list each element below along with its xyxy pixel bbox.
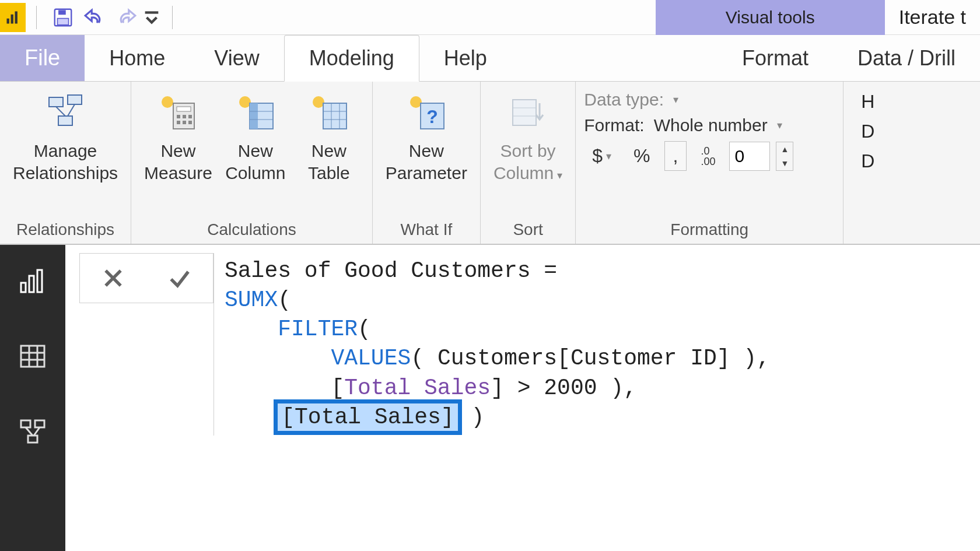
svg-rect-20: [188, 121, 192, 124]
cutoff-text: H: [861, 91, 874, 113]
new-table-button[interactable]: New Table: [294, 85, 364, 184]
svg-rect-41: [21, 346, 44, 367]
formula-selection: [Total Sales]: [278, 403, 457, 431]
equals: =: [531, 258, 570, 283]
svg-rect-8: [68, 95, 82, 104]
group-relationships: Manage Relationships Relationships: [0, 82, 131, 244]
svg-line-10: [56, 107, 65, 116]
group-caption: Sort: [513, 218, 542, 244]
currency-format-button[interactable]: $ ▾: [584, 142, 620, 170]
format-dropdown[interactable]: Format: Whole number ▾: [584, 115, 835, 135]
tab-view[interactable]: View: [190, 35, 284, 81]
contextual-tab-label: Visual tools: [726, 8, 815, 27]
decimal-places-input[interactable]: [729, 142, 770, 171]
svg-rect-18: [177, 121, 180, 124]
data-type-label: Data type:: [584, 90, 664, 110]
tab-label: Data / Drill: [858, 46, 956, 71]
tab-label: View: [214, 46, 259, 71]
report-canvas[interactable]: Iter Sales of Good Customers = SUMX( FIL…: [65, 245, 980, 551]
redo-button[interactable]: [110, 3, 142, 32]
spinner-down[interactable]: ▼: [776, 156, 793, 170]
tab-home[interactable]: Home: [85, 35, 190, 81]
new-column-button[interactable]: New Column: [220, 85, 290, 184]
thousands-separator-button[interactable]: ,: [664, 141, 687, 171]
svg-rect-5: [58, 18, 69, 24]
manage-relationships-button[interactable]: Manage Relationships: [8, 85, 123, 184]
formula-cancel-button[interactable]: [96, 261, 131, 296]
group-caption: What If: [401, 218, 453, 244]
group-whatif: ? New Parameter What If: [373, 82, 481, 244]
currency-symbol: $: [592, 145, 603, 167]
fn-values: VALUES: [331, 346, 411, 371]
percent-format-button[interactable]: %: [625, 142, 658, 170]
formula-bar: Sales of Good Customers = SUMX( FILTER( …: [79, 253, 980, 463]
view-switcher: [0, 245, 65, 551]
svg-point-12: [162, 96, 173, 108]
sort-by-column-button[interactable]: Sort by Column▾: [489, 85, 567, 184]
tab-label: Format: [742, 46, 808, 71]
svg-text:?: ?: [426, 106, 438, 127]
data-view-button[interactable]: [12, 336, 53, 377]
svg-rect-23: [250, 103, 258, 129]
svg-line-50: [34, 427, 40, 436]
tab-help[interactable]: Help: [419, 35, 512, 81]
group-cutoff-right: H D D: [844, 82, 883, 244]
chevron-down-icon: ▾: [606, 150, 611, 163]
button-label: New Parameter: [386, 140, 467, 184]
svg-line-11: [68, 104, 75, 116]
formula-commit-button[interactable]: [162, 261, 197, 296]
undo-button[interactable]: [79, 3, 110, 32]
tab-label: Modeling: [309, 46, 394, 71]
tab-label: File: [24, 45, 60, 71]
chevron-down-icon[interactable]: ▾: [673, 93, 678, 106]
group-caption: Relationships: [16, 218, 114, 244]
column-icon: [232, 89, 279, 136]
comma-symbol: ,: [673, 145, 678, 167]
svg-rect-27: [323, 103, 346, 129]
new-measure-button[interactable]: New Measure: [139, 85, 217, 184]
contextual-tab-visual-tools: Visual tools: [656, 0, 885, 35]
svg-rect-48: [28, 436, 37, 443]
literal-number: 2000: [544, 375, 597, 401]
decimal-spinner[interactable]: ▲ ▼: [776, 142, 793, 171]
tab-modeling[interactable]: Modeling: [284, 35, 419, 82]
group-sort: Sort by Column▾ Sort: [481, 82, 576, 244]
cutoff-text: D: [861, 121, 874, 142]
svg-line-49: [26, 427, 33, 436]
tab-data-drill[interactable]: Data / Drill: [833, 35, 980, 81]
cutoff-text: D: [861, 150, 874, 172]
tab-label: Home: [109, 46, 165, 71]
formula-bar-buttons: [79, 253, 214, 303]
percent-symbol: %: [634, 145, 650, 167]
ribbon: Manage Relationships Relationships New M…: [0, 82, 980, 245]
svg-rect-14: [177, 107, 191, 111]
app-icon: [0, 3, 26, 32]
svg-rect-9: [58, 116, 72, 125]
table-column-ref: Customers[Customer ID]: [438, 346, 730, 371]
spinner-up[interactable]: ▲: [776, 142, 793, 156]
svg-rect-15: [177, 115, 180, 118]
measure-name: Sales of Good Customers: [225, 258, 531, 283]
save-button[interactable]: [47, 3, 79, 32]
chevron-down-icon: ▾: [557, 170, 562, 181]
fn-sumx: SUMX: [225, 287, 278, 313]
svg-rect-40: [37, 270, 42, 292]
table-icon: [305, 89, 353, 136]
svg-rect-38: [21, 283, 26, 292]
svg-rect-35: [513, 100, 536, 125]
svg-rect-17: [188, 115, 192, 118]
report-view-button[interactable]: [12, 260, 53, 301]
title-bar: Visual tools Iterate t: [0, 0, 980, 35]
tab-format[interactable]: Format: [718, 35, 833, 81]
svg-rect-16: [183, 115, 186, 118]
button-label: New Measure: [144, 140, 212, 184]
button-label: New Column: [225, 140, 285, 184]
fn-filter: FILTER: [278, 317, 358, 342]
tab-file[interactable]: File: [0, 35, 85, 81]
format-value: Whole number: [654, 115, 768, 135]
formula-editor[interactable]: Sales of Good Customers = SUMX( FILTER( …: [214, 253, 980, 436]
new-parameter-button[interactable]: ? New Parameter: [381, 85, 472, 184]
model-view-button[interactable]: [12, 412, 53, 452]
group-caption: Calculations: [207, 218, 296, 244]
qat-customize-button[interactable]: [142, 3, 162, 32]
